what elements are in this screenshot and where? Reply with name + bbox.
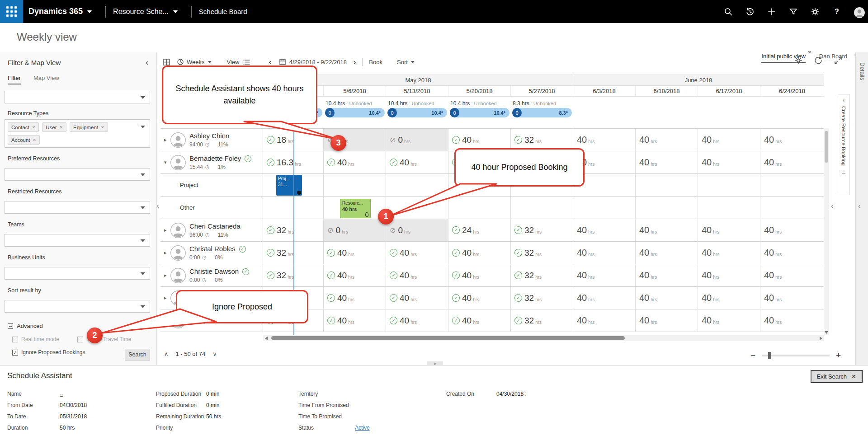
waffle-menu-icon[interactable] (0, 0, 23, 23)
date-header[interactable]: 6/24/2018 (760, 86, 824, 96)
scroll-right-arrow[interactable] (820, 337, 822, 340)
remove-chip-icon[interactable]: ✕ (59, 125, 63, 130)
schedule-cell[interactable]: 40hrs (573, 219, 636, 242)
schedule-cell[interactable]: 40hrs (698, 287, 760, 309)
checkbox-box[interactable]: ✓ (12, 350, 18, 356)
schedule-cell[interactable]: 40hrs (760, 219, 824, 242)
schedule-cell[interactable]: 40hrs (636, 129, 698, 151)
horizontal-scrollbar-thumb[interactable] (271, 336, 625, 340)
schedule-cell[interactable]: 40hrs (636, 264, 698, 287)
schedule-cell[interactable]: ⊘0hrs (386, 219, 448, 242)
booking-block[interactable]: Proj...31... (276, 175, 302, 196)
search-icon[interactable] (723, 7, 733, 17)
restricted-resources-combo[interactable] (5, 201, 150, 214)
chevron-down-icon[interactable] (173, 10, 178, 13)
schedule-cell[interactable] (573, 197, 636, 219)
schedule-cell[interactable]: 40hrs (760, 264, 824, 287)
advanced-section-toggle[interactable]: Advanced (8, 323, 150, 329)
resource-name-cell[interactable]: Project (160, 174, 263, 197)
schedule-cell[interactable]: 40hrs (636, 219, 698, 242)
expand-details-panel-icon[interactable]: ‹ (858, 201, 861, 211)
schedule-cell[interactable]: ✓40hrs (386, 287, 448, 309)
schedule-cell[interactable]: ✓32hrs (511, 219, 573, 242)
schedule-cell[interactable]: ✓40hrs (324, 242, 386, 264)
schedule-cell[interactable] (386, 174, 448, 197)
schedule-cell[interactable]: ✓40hrs (386, 309, 448, 332)
resource-types-multiselect[interactable]: Contact✕User✕Equipment✕Account✕ (5, 119, 150, 148)
schedule-cell[interactable] (698, 174, 760, 197)
resource-name-cell[interactable]: ▸Christal Robles✓0:00◷0% (160, 242, 263, 264)
schedule-cell[interactable]: ⊘0hrs (386, 129, 448, 151)
expand-caret-icon[interactable]: ▸ (164, 318, 170, 323)
scroll-down-arrow[interactable] (825, 331, 828, 334)
schedule-cell[interactable]: 40hrs (760, 309, 824, 332)
schedule-cell[interactable]: 40hrs (573, 129, 636, 151)
expand-caret-icon[interactable]: ▸ (164, 272, 170, 278)
schedule-cell[interactable]: ✓40hrs (386, 242, 448, 264)
schedule-cell[interactable]: 40hrs (636, 309, 698, 332)
tab-map-view[interactable]: Map View (33, 75, 59, 84)
proposed-booking-block[interactable]: Resourc...40 hrs (340, 199, 371, 218)
create-resource-booking-tab[interactable]: ‹ Create Resource Booking (838, 94, 849, 195)
schedule-cell[interactable]: 40hrs (698, 309, 760, 332)
schedule-cell[interactable]: ✓32hrs (511, 242, 573, 264)
schedule-cell[interactable]: ✓40hrs (324, 264, 386, 287)
fullscreen-icon[interactable] (834, 56, 844, 66)
chevron-down-icon[interactable] (411, 61, 415, 63)
view-label[interactable]: View (227, 59, 240, 66)
date-header[interactable]: 5/13/2018 (386, 86, 448, 96)
vertical-scrollbar[interactable] (824, 128, 829, 335)
schedule-cell[interactable]: 40hrs (760, 129, 824, 151)
sort-button[interactable]: Sort (397, 59, 408, 66)
schedule-cell[interactable]: Resourc...40 hrs (324, 197, 386, 219)
preferred-resources-combo[interactable] (5, 168, 150, 181)
schedule-cell[interactable]: 40hrs (636, 151, 698, 174)
schedule-cell[interactable]: ✓40hrs (448, 287, 511, 309)
remove-chip-icon[interactable]: ✕ (101, 125, 104, 130)
schedule-cell[interactable] (386, 197, 448, 219)
expand-caret-icon[interactable]: ▸ (164, 137, 170, 143)
schedule-cell[interactable] (636, 197, 698, 219)
plus-icon[interactable] (767, 7, 777, 17)
details-collapsed-panel[interactable]: Details (855, 52, 868, 365)
schedule-cell[interactable]: 40hrs (698, 264, 760, 287)
checkbox-ignore-proposed-bookings[interactable]: ✓Ignore Proposed Bookings (12, 349, 85, 356)
chevron-down-icon[interactable] (87, 10, 92, 13)
schedule-cell[interactable] (324, 174, 386, 197)
resource-name-cell[interactable]: ▾Bernadette Foley✓15:44◷1% (160, 151, 263, 174)
exit-search-button[interactable]: Exit Search ✕ (811, 370, 863, 383)
chevron-down-icon[interactable] (208, 61, 212, 63)
zoom-slider-track[interactable] (762, 355, 830, 356)
refresh-icon[interactable] (814, 56, 824, 66)
schedule-cell[interactable] (760, 197, 824, 219)
user-avatar[interactable] (854, 7, 863, 17)
zoom-slider-thumb[interactable] (768, 352, 771, 359)
board-icon[interactable] (163, 58, 170, 66)
schedule-cell[interactable]: ✓40hrs (448, 264, 511, 287)
schedule-cell[interactable]: ✓24hrs (448, 219, 511, 242)
zoom-out-button[interactable]: − (750, 351, 755, 360)
schedule-cell[interactable]: 40hrs (698, 151, 760, 174)
search-button[interactable]: Search (125, 349, 150, 360)
schedule-cell[interactable]: 40hrs (636, 287, 698, 309)
expand-caret-icon[interactable]: ▸ (164, 295, 170, 301)
schedule-cell[interactable] (760, 174, 824, 197)
schedule-cell[interactable]: ✓40hrs (324, 287, 386, 309)
filter-icon[interactable] (788, 7, 798, 17)
schedule-cell[interactable]: 40hrs (573, 242, 636, 264)
schedule-cell[interactable] (511, 197, 573, 219)
capacity-bar[interactable]: 08.3* (512, 108, 572, 117)
date-range[interactable]: 4/29/2018 - 9/22/2018 (289, 59, 347, 66)
schedule-cell[interactable]: ✓32hrs (511, 309, 573, 332)
remove-chip-icon[interactable]: ✕ (32, 125, 36, 130)
page-up-icon[interactable]: ∧ (164, 351, 169, 357)
capacity-bar[interactable]: 010.4* (450, 108, 509, 117)
schedule-cell[interactable]: 40hrs (698, 219, 760, 242)
expand-caret-icon[interactable]: ▸ (164, 227, 170, 233)
help-icon[interactable]: ? (832, 7, 842, 17)
schedule-cell[interactable]: ✓40hrs (448, 242, 511, 264)
page-down-icon[interactable]: ∨ (212, 351, 217, 357)
gear-icon[interactable] (810, 7, 820, 17)
schedule-cell[interactable]: ✓32hrs (511, 287, 573, 309)
vertical-scrollbar-thumb[interactable] (825, 131, 828, 163)
